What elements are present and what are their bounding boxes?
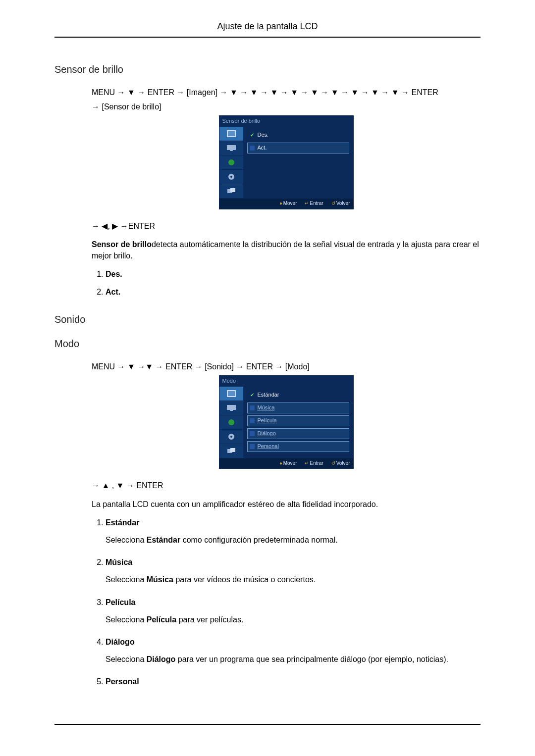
osd-item-pelicula[interactable]: Película xyxy=(247,415,349,426)
svg-point-6 xyxy=(230,176,232,178)
option-desc: Selecciona Película para ver películas. xyxy=(106,614,481,625)
option-desc-post: para ver un programa que sea principalme… xyxy=(175,655,448,663)
nav-hint-1: → ◀, ▶ →ENTER xyxy=(92,220,481,232)
osd-main: ✔ Des. Act. xyxy=(243,127,353,199)
desc-sensor-brillo: Sensor de brillodetecta automáticamente … xyxy=(92,239,481,261)
section-heading-modo: Modo xyxy=(54,337,481,351)
osd-item-label: Película xyxy=(258,417,277,425)
osd-tab-display-icon xyxy=(219,401,243,415)
osd-item-spacer xyxy=(250,418,255,423)
option-title: Diálogo xyxy=(106,636,481,648)
option-list-sensor: Des. Act. xyxy=(92,268,481,297)
svg-point-4 xyxy=(228,159,234,165)
volver-icon: ↺ xyxy=(331,201,335,206)
option-title: Estándar xyxy=(106,517,481,528)
osd-sidebar xyxy=(219,387,243,458)
osd-footer: ♦Mover ↵Entrar ↺Volver xyxy=(219,199,353,209)
osd-item-estandar[interactable]: ✔ Estándar xyxy=(247,390,349,401)
option-desc-pre: Selecciona xyxy=(106,615,147,624)
osd-item-label: Act. xyxy=(258,144,267,152)
svg-rect-17 xyxy=(230,448,235,452)
option-label: Des. xyxy=(106,270,122,278)
osd-item-spacer xyxy=(250,444,255,449)
osd-item-musica[interactable]: Música xyxy=(247,403,349,413)
osd-title: Modo xyxy=(219,376,353,387)
option-desc: Selecciona Música para ver vídeos de mús… xyxy=(106,574,481,585)
option-title: Personal xyxy=(106,676,481,687)
osd-footer-entrar: Entrar xyxy=(310,201,323,206)
nav-path-line-1b: → [Sensor de brillo] xyxy=(92,101,481,112)
list-item: Música Selecciona Música para ver vídeos… xyxy=(106,556,481,585)
osd-footer-volver: Volver xyxy=(336,201,350,206)
osd-title: Sensor de brillo xyxy=(219,116,353,127)
osd-item-act[interactable]: Act. xyxy=(247,143,349,153)
osd-item-spacer xyxy=(250,146,255,151)
section-heading-sensor-brillo: Sensor de brillo xyxy=(54,62,481,77)
option-desc: Selecciona Estándar como configuración p… xyxy=(106,534,481,546)
osd-item-des[interactable]: ✔ Des. xyxy=(247,130,349,141)
page-header-title: Ajuste de la pantalla LCD xyxy=(54,20,481,37)
osd-item-label: Personal xyxy=(258,443,279,451)
list-item: Personal xyxy=(106,676,481,687)
osd-panel-modo: Modo xyxy=(219,375,354,469)
intro-modo: La pantalla LCD cuenta con un amplificad… xyxy=(92,499,481,510)
svg-rect-3 xyxy=(230,150,233,151)
svg-rect-8 xyxy=(230,188,235,192)
list-item: Estándar Selecciona Estándar como config… xyxy=(106,517,481,546)
svg-rect-10 xyxy=(228,391,235,396)
osd-sidebar xyxy=(219,127,243,199)
header-rule xyxy=(54,37,481,38)
entrar-icon: ↵ xyxy=(305,201,309,206)
nav-hint-2: → ▲ , ▼ → ENTER xyxy=(92,480,481,491)
mover-icon: ♦ xyxy=(280,460,282,466)
option-desc-pre: Selecciona xyxy=(106,536,147,544)
osd-tab-picture-icon xyxy=(219,127,243,141)
osd-tab-setup-icon xyxy=(219,170,243,184)
check-icon: ✔ xyxy=(250,133,255,138)
osd-item-label: Música xyxy=(258,404,275,412)
option-list-modo: Estándar Selecciona Estándar como config… xyxy=(92,517,481,688)
osd-item-label: Des. xyxy=(258,131,269,139)
volver-icon: ↺ xyxy=(331,460,335,466)
osd-tab-multi-icon xyxy=(219,444,243,458)
list-item: Act. xyxy=(106,286,481,298)
list-item: Diálogo Selecciona Diálogo para ver un p… xyxy=(106,636,481,665)
section-heading-sonido: Sonido xyxy=(54,312,481,327)
osd-tab-sound-icon xyxy=(219,415,243,430)
osd-item-spacer xyxy=(250,431,255,436)
svg-rect-1 xyxy=(228,131,235,136)
desc-bold: Sensor de brillo xyxy=(92,240,152,249)
nav-path-line-2: MENU → ▼ →▼ → ENTER → [Sonido] → ENTER →… xyxy=(92,361,481,372)
option-desc: Selecciona Diálogo para ver un programa … xyxy=(106,654,481,665)
osd-item-label: Diálogo xyxy=(258,430,276,438)
option-title: Música xyxy=(106,556,481,568)
nav-path-line-1a: MENU → ▼ → ENTER → [Imagen] → ▼ → ▼ → ▼ … xyxy=(92,87,481,98)
option-desc-pre: Selecciona xyxy=(106,655,147,663)
osd-tab-sound-icon xyxy=(219,155,243,170)
option-title: Película xyxy=(106,597,481,608)
svg-point-15 xyxy=(230,436,232,438)
osd-tab-display-icon xyxy=(219,141,243,155)
svg-rect-2 xyxy=(227,145,236,150)
svg-point-13 xyxy=(228,419,234,425)
osd-item-spacer xyxy=(250,405,255,410)
osd-main: ✔ Estándar Música Película xyxy=(243,387,353,458)
option-desc-bold: Película xyxy=(147,615,176,624)
svg-rect-12 xyxy=(230,410,233,411)
osd-panel-sensor-brillo: Sensor de brillo xyxy=(219,115,354,209)
osd-tab-setup-icon xyxy=(219,430,243,444)
option-desc-bold: Estándar xyxy=(147,536,180,544)
option-desc-post: para ver vídeos de música o conciertos. xyxy=(173,575,316,584)
option-desc-post: como configuración predeterminada normal… xyxy=(180,536,338,544)
osd-footer-entrar: Entrar xyxy=(310,460,323,466)
check-icon: ✔ xyxy=(250,393,255,398)
option-desc-post: para ver películas. xyxy=(176,615,243,624)
osd-tab-picture-icon xyxy=(219,387,243,401)
mover-icon: ♦ xyxy=(280,201,282,206)
osd-item-dialogo[interactable]: Diálogo xyxy=(247,428,349,439)
entrar-icon: ↵ xyxy=(305,460,309,466)
osd-footer: ♦Mover ↵Entrar ↺Volver xyxy=(219,458,353,469)
osd-item-personal[interactable]: Personal xyxy=(247,441,349,452)
option-label: Act. xyxy=(106,288,120,296)
svg-rect-11 xyxy=(227,405,236,410)
